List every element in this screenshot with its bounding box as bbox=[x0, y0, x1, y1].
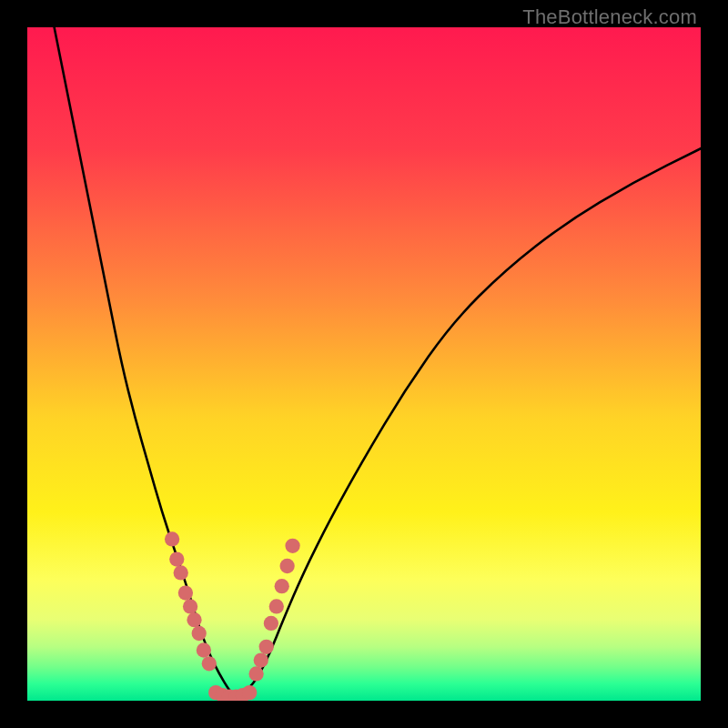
marker-dot bbox=[197, 642, 211, 657]
marker-dot bbox=[174, 565, 188, 580]
marker-dot bbox=[259, 640, 274, 654]
marker-dot bbox=[269, 599, 284, 613]
marker-dot bbox=[165, 531, 179, 546]
marker-dot bbox=[285, 539, 299, 553]
marker-dot bbox=[280, 559, 295, 573]
marker-dot bbox=[264, 616, 278, 631]
watermark-text: TheBottleneck.com bbox=[522, 5, 697, 29]
marker-dot bbox=[254, 652, 268, 667]
curve-layer bbox=[27, 27, 701, 701]
marker-dot bbox=[187, 612, 201, 627]
outer-frame: TheBottleneck.com bbox=[0, 0, 728, 728]
marker-dot bbox=[169, 551, 184, 566]
marker-dot bbox=[275, 579, 289, 593]
plot-area bbox=[27, 27, 701, 701]
bottleneck-curve bbox=[55, 27, 701, 696]
marker-dot bbox=[178, 585, 193, 600]
marker-dot bbox=[192, 626, 207, 641]
marker-dot bbox=[202, 656, 217, 671]
marker-dot bbox=[183, 599, 197, 613]
marker-dot bbox=[242, 685, 257, 700]
highlighted-points bbox=[165, 531, 300, 701]
marker-dot bbox=[248, 666, 263, 681]
